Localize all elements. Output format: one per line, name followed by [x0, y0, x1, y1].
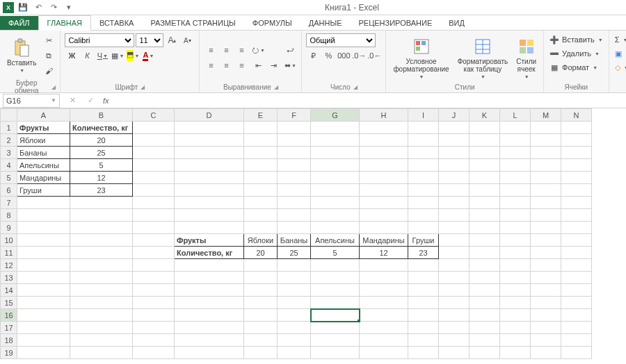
cell[interactable] [133, 272, 175, 284]
cell[interactable] [133, 122, 175, 134]
cell[interactable] [470, 334, 500, 347]
cell[interactable] [311, 134, 360, 147]
comma-button[interactable]: 000 [337, 49, 351, 63]
cell[interactable] [360, 147, 408, 159]
cell[interactable] [408, 309, 439, 322]
align-top-button[interactable]: ≡ [204, 43, 218, 57]
cell[interactable] [561, 147, 592, 159]
cell[interactable] [500, 334, 531, 347]
cell[interactable] [439, 334, 470, 347]
cell[interactable] [311, 147, 360, 159]
orientation-button[interactable]: ⭮▼ [251, 43, 265, 57]
cell[interactable] [244, 259, 278, 272]
cell[interactable] [244, 297, 278, 309]
cell[interactable] [175, 297, 244, 309]
row-header[interactable]: 13 [1, 272, 17, 284]
cell[interactable] [17, 197, 70, 209]
cell[interactable] [175, 209, 244, 222]
cell[interactable] [470, 134, 500, 147]
cell[interactable] [175, 134, 244, 147]
cell[interactable]: Мандарины [360, 234, 408, 247]
cell[interactable] [531, 147, 561, 159]
cell[interactable] [244, 334, 278, 347]
cell[interactable] [500, 184, 531, 197]
formula-input[interactable] [113, 94, 626, 108]
cell[interactable] [175, 147, 244, 159]
cell[interactable] [500, 309, 531, 322]
decrease-decimal-button[interactable]: .0← [367, 49, 381, 63]
cell[interactable] [408, 197, 439, 209]
font-size-select[interactable]: 11 [136, 33, 163, 47]
cell[interactable] [408, 122, 439, 134]
cell[interactable]: 20 [244, 247, 278, 259]
cell[interactable] [531, 234, 561, 247]
number-format-select[interactable]: Общий [306, 33, 376, 47]
cell[interactable] [133, 284, 175, 297]
cell[interactable] [360, 334, 408, 347]
row-header[interactable]: 3 [1, 147, 17, 159]
italic-button[interactable]: К [80, 49, 94, 63]
cell[interactable] [500, 234, 531, 247]
cell[interactable] [311, 259, 360, 272]
cell[interactable] [470, 184, 500, 197]
cell[interactable] [133, 334, 175, 347]
cell[interactable] [133, 222, 175, 234]
worksheet-grid[interactable]: ABCDEFGHIJKLMN1ФруктыКоличество, кг2Ябло… [0, 108, 626, 364]
row-header[interactable]: 4 [1, 159, 17, 172]
cell[interactable] [439, 172, 470, 184]
cell[interactable] [470, 159, 500, 172]
align-middle-button[interactable]: ≡ [219, 43, 233, 57]
select-all-corner[interactable] [1, 109, 17, 122]
cell[interactable]: Бананы [17, 147, 70, 159]
row-header[interactable]: 19 [1, 347, 17, 359]
cell[interactable] [470, 222, 500, 234]
row-header[interactable]: 6 [1, 184, 17, 197]
cell[interactable] [311, 347, 360, 359]
cell[interactable]: 5 [311, 247, 360, 259]
cell[interactable] [175, 184, 244, 197]
cancel-formula-button[interactable]: ✕ [65, 94, 79, 108]
row-header[interactable]: 16 [1, 309, 17, 322]
font-dialog-launcher[interactable]: ◢ [141, 84, 145, 90]
delete-cells-button[interactable]: ➖Удалить▼ [548, 47, 601, 60]
cell[interactable] [561, 297, 592, 309]
cell[interactable] [70, 259, 133, 272]
cell[interactable] [360, 122, 408, 134]
cell[interactable] [531, 259, 561, 272]
cell[interactable] [70, 297, 133, 309]
row-header[interactable]: 14 [1, 284, 17, 297]
cell[interactable] [360, 322, 408, 334]
cell[interactable] [439, 284, 470, 297]
cell[interactable] [531, 309, 561, 322]
row-header[interactable]: 1 [1, 122, 17, 134]
cell[interactable] [311, 122, 360, 134]
column-header[interactable]: G [311, 109, 360, 122]
increase-indent-button[interactable]: ⇥ [266, 58, 280, 72]
cell[interactable] [500, 272, 531, 284]
merge-button[interactable]: ⬌▼ [283, 58, 297, 72]
cell[interactable] [175, 197, 244, 209]
cell[interactable] [311, 334, 360, 347]
cell[interactable] [439, 347, 470, 359]
cell[interactable] [244, 209, 278, 222]
cell[interactable] [244, 197, 278, 209]
cell[interactable]: Груши [408, 234, 439, 247]
fill-color-button[interactable]: ⬒▼ [126, 49, 140, 63]
row-header[interactable]: 10 [1, 234, 17, 247]
cell[interactable] [561, 334, 592, 347]
cell[interactable]: 5 [70, 159, 133, 172]
cell[interactable] [531, 159, 561, 172]
cell[interactable] [244, 322, 278, 334]
cell[interactable]: Количество, кг [70, 122, 133, 134]
cell[interactable] [439, 222, 470, 234]
cell[interactable] [70, 222, 133, 234]
cell[interactable] [439, 197, 470, 209]
column-header[interactable]: A [17, 109, 70, 122]
copy-button[interactable]: ⧉ [42, 49, 56, 63]
cell[interactable] [70, 234, 133, 247]
cell[interactable] [360, 309, 408, 322]
cell[interactable] [531, 284, 561, 297]
format-painter-button[interactable]: 🖌 [42, 64, 56, 78]
cell[interactable]: Фрукты [175, 234, 244, 247]
cell[interactable] [278, 284, 311, 297]
